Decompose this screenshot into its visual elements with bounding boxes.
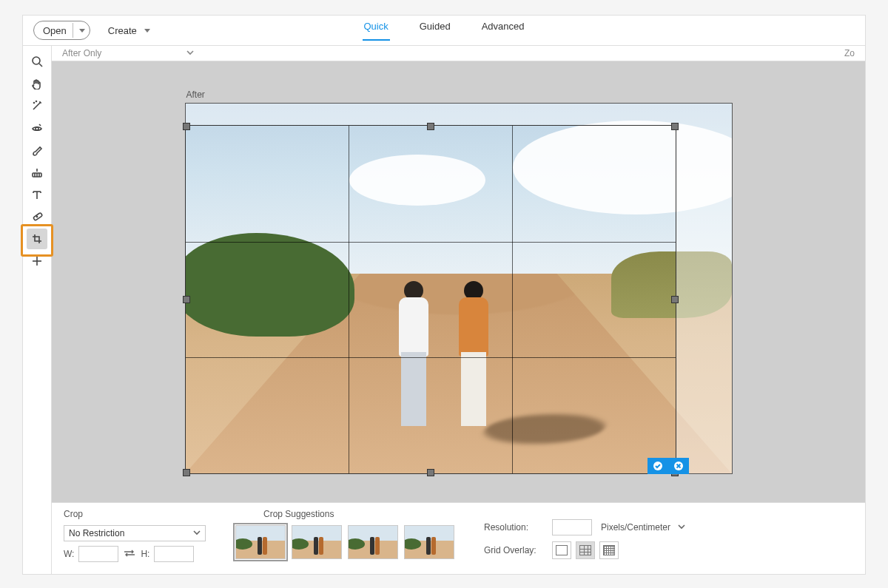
- hand-icon: [31, 78, 43, 89]
- after-label: After: [186, 89, 733, 100]
- resolution-label: Resolution:: [484, 522, 543, 533]
- svg-point-5: [34, 103, 35, 104]
- height-label: H:: [141, 549, 149, 559]
- crop-commit-bar: [648, 458, 689, 474]
- top-bar: Open Create Quick Guided Advanced: [23, 16, 865, 46]
- grid-line: [512, 126, 513, 473]
- tab-guided[interactable]: Guided: [418, 21, 452, 41]
- chevron-down-icon: [186, 48, 194, 58]
- svg-point-0: [33, 57, 40, 64]
- overlay-thirds-button[interactable]: [576, 541, 595, 559]
- move-tool[interactable]: [27, 251, 47, 271]
- grid-line: [349, 126, 349, 473]
- crop-icon: [31, 233, 43, 245]
- resolution-overlay-group: Resolution: Pixels/Centimeter Grid Overl…: [484, 509, 685, 559]
- plus-icon: [31, 255, 43, 267]
- crop-suggestion[interactable]: [404, 525, 454, 559]
- tool-sidebar: [23, 46, 52, 574]
- swap-dimensions-button[interactable]: [123, 548, 136, 561]
- svg-line-2: [33, 103, 40, 109]
- chevron-down-icon: [79, 29, 85, 33]
- chevron-down-icon: [678, 522, 685, 533]
- main-area: After Only Zo After: [52, 46, 865, 574]
- crop-suggestion-thumbs: [235, 525, 454, 559]
- svg-point-19: [36, 216, 37, 217]
- aspect-ratio-select[interactable]: No Restriction: [64, 525, 206, 541]
- crop-handle[interactable]: [183, 123, 190, 130]
- grid-line: [186, 242, 676, 243]
- crop-suggestion[interactable]: [292, 525, 342, 559]
- wand-icon: [31, 100, 43, 112]
- aspect-ratio-value: No Restriction: [69, 528, 124, 538]
- tab-quick[interactable]: Quick: [363, 21, 390, 41]
- width-label: W:: [64, 549, 74, 559]
- crop-handle[interactable]: [183, 469, 190, 476]
- close-icon: [673, 461, 684, 471]
- crop-suggestions-group: Crop Suggestions: [235, 509, 454, 559]
- image-canvas[interactable]: [185, 103, 733, 474]
- crop-ratio-group: Crop No Restriction W: H:: [64, 509, 206, 562]
- commit-crop-button[interactable]: [648, 458, 668, 474]
- hand-tool[interactable]: [27, 73, 47, 94]
- crop-handle[interactable]: [427, 469, 434, 476]
- app-window: Open Create Quick Guided Advanced: [22, 15, 866, 575]
- search-icon: [31, 55, 43, 67]
- crop-handle[interactable]: [671, 296, 679, 303]
- grid-overlay-label: Grid Overlay:: [484, 545, 543, 555]
- crop-dim: [676, 126, 732, 473]
- text-icon: [31, 189, 43, 200]
- overlay-none-button[interactable]: [552, 541, 571, 559]
- body-row: After Only Zo After: [23, 46, 865, 574]
- crop-handle[interactable]: [183, 296, 190, 303]
- crop-section-label: Crop: [64, 509, 206, 519]
- crop-tool[interactable]: [27, 229, 47, 249]
- zoom-indicator: Zo: [844, 48, 855, 58]
- crop-suggestion[interactable]: [348, 525, 398, 559]
- tab-advanced[interactable]: Advanced: [480, 21, 526, 41]
- crop-suggestion[interactable]: [235, 525, 286, 559]
- canvas-wrap: After: [185, 89, 733, 474]
- chevron-down-icon: [193, 528, 201, 538]
- quick-select-tool[interactable]: [27, 95, 47, 116]
- straighten-tool[interactable]: [27, 162, 47, 183]
- create-menu-label: Create: [108, 25, 137, 36]
- view-mode-label: After Only: [62, 48, 101, 58]
- grid-line: [186, 357, 676, 358]
- height-input[interactable]: [154, 546, 194, 562]
- eye-icon: [31, 122, 43, 134]
- suggestions-label: Crop Suggestions: [263, 509, 454, 519]
- width-height-group: W: H:: [64, 546, 206, 562]
- text-tool[interactable]: [27, 184, 47, 205]
- resolution-units-value: Pixels/Centimeter: [601, 522, 670, 533]
- svg-line-8: [39, 124, 41, 126]
- cancel-crop-button[interactable]: [668, 458, 689, 474]
- swap-icon: [123, 548, 136, 558]
- canvas-stage: After: [52, 61, 865, 502]
- bandage-icon: [31, 211, 43, 223]
- tool-options-bar: Crop No Restriction W: H:: [52, 502, 865, 574]
- whiten-tool[interactable]: [27, 140, 47, 160]
- crop-box[interactable]: [186, 126, 676, 473]
- check-icon: [653, 461, 663, 471]
- crop-dim: [186, 104, 732, 126]
- level-icon: [31, 166, 43, 178]
- zoom-tool[interactable]: [27, 51, 47, 72]
- view-mode-select[interactable]: After Only: [62, 48, 194, 58]
- redeye-tool[interactable]: [27, 118, 47, 138]
- brush-icon: [31, 144, 43, 156]
- svg-point-6: [36, 101, 37, 102]
- open-button[interactable]: Open: [33, 21, 90, 40]
- spot-heal-tool[interactable]: [27, 206, 47, 227]
- divider: [73, 23, 73, 38]
- overlay-grid-button[interactable]: [599, 541, 619, 559]
- crop-handle[interactable]: [671, 123, 679, 130]
- open-button-label: Open: [43, 25, 67, 36]
- crop-handle[interactable]: [427, 123, 434, 130]
- view-bar: After Only Zo: [52, 46, 865, 61]
- width-input[interactable]: [78, 546, 118, 562]
- chevron-down-icon: [144, 29, 150, 33]
- svg-point-7: [36, 127, 38, 130]
- resolution-units-select[interactable]: Pixels/Centimeter: [601, 522, 685, 533]
- resolution-input[interactable]: [552, 519, 592, 535]
- create-menu[interactable]: Create: [108, 25, 150, 36]
